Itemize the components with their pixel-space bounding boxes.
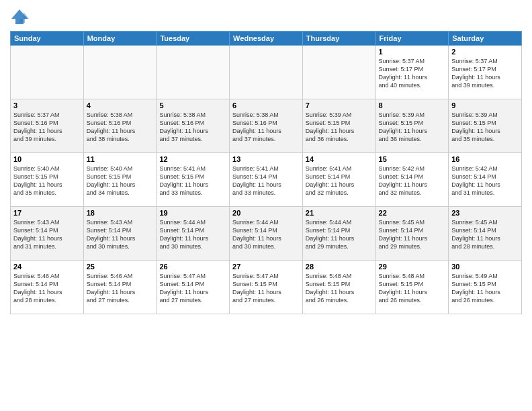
day-info: Sunrise: 5:44 AM Sunset: 5:14 PM Dayligh… — [232, 218, 300, 251]
day-info: Sunrise: 5:41 AM Sunset: 5:14 PM Dayligh… — [232, 165, 300, 197]
calendar-cell: 6Sunrise: 5:38 AM Sunset: 5:16 PM Daylig… — [230, 99, 303, 153]
day-info: Sunrise: 5:39 AM Sunset: 5:15 PM Dayligh… — [451, 111, 519, 144]
day-info: Sunrise: 5:47 AM Sunset: 5:15 PM Dayligh… — [232, 272, 300, 305]
day-number: 28 — [306, 263, 373, 271]
weekday-header: Saturday — [449, 32, 522, 46]
calendar-cell: 8Sunrise: 5:39 AM Sunset: 5:15 PM Daylig… — [375, 99, 449, 153]
calendar-cell: 19Sunrise: 5:44 AM Sunset: 5:14 PM Dayli… — [157, 207, 230, 261]
calendar-cell: 28Sunrise: 5:48 AM Sunset: 5:15 PM Dayli… — [302, 261, 375, 314]
day-info: Sunrise: 5:39 AM Sunset: 5:15 PM Dayligh… — [379, 111, 446, 144]
weekday-header: Friday — [375, 32, 449, 46]
day-number: 21 — [306, 209, 373, 217]
calendar-cell: 25Sunrise: 5:46 AM Sunset: 5:14 PM Dayli… — [83, 261, 157, 314]
day-number: 16 — [451, 155, 519, 163]
day-number: 12 — [159, 155, 226, 163]
weekday-header: Wednesday — [230, 32, 303, 46]
calendar-cell: 2Sunrise: 5:37 AM Sunset: 5:17 PM Daylig… — [449, 46, 522, 99]
calendar-cell: 21Sunrise: 5:44 AM Sunset: 5:14 PM Dayli… — [302, 207, 375, 261]
day-info: Sunrise: 5:40 AM Sunset: 5:15 PM Dayligh… — [13, 165, 81, 197]
calendar-cell: 20Sunrise: 5:44 AM Sunset: 5:14 PM Dayli… — [230, 207, 303, 261]
weekday-header: Monday — [83, 32, 157, 46]
day-info: Sunrise: 5:48 AM Sunset: 5:15 PM Dayligh… — [306, 272, 373, 305]
calendar-cell: 17Sunrise: 5:43 AM Sunset: 5:14 PM Dayli… — [11, 207, 84, 261]
calendar-week-row: 1Sunrise: 5:37 AM Sunset: 5:17 PM Daylig… — [11, 46, 522, 99]
weekday-header: Sunday — [11, 32, 84, 46]
calendar-cell — [83, 46, 157, 99]
calendar-cell: 15Sunrise: 5:42 AM Sunset: 5:14 PM Dayli… — [375, 153, 449, 207]
calendar-week-row: 24Sunrise: 5:46 AM Sunset: 5:14 PM Dayli… — [11, 261, 522, 314]
day-number: 26 — [159, 263, 226, 271]
calendar-cell: 27Sunrise: 5:47 AM Sunset: 5:15 PM Dayli… — [230, 261, 303, 314]
day-number: 19 — [159, 209, 226, 217]
day-number: 5 — [159, 101, 226, 109]
calendar-cell: 18Sunrise: 5:43 AM Sunset: 5:14 PM Dayli… — [83, 207, 157, 261]
day-number: 11 — [87, 155, 154, 163]
day-number: 2 — [451, 48, 519, 56]
day-info: Sunrise: 5:49 AM Sunset: 5:15 PM Dayligh… — [451, 272, 519, 305]
day-info: Sunrise: 5:44 AM Sunset: 5:14 PM Dayligh… — [306, 218, 373, 251]
day-number: 17 — [13, 209, 81, 217]
calendar-cell: 24Sunrise: 5:46 AM Sunset: 5:14 PM Dayli… — [11, 261, 84, 314]
day-number: 7 — [306, 101, 373, 109]
day-number: 6 — [232, 101, 300, 109]
calendar-cell: 14Sunrise: 5:41 AM Sunset: 5:14 PM Dayli… — [302, 153, 375, 207]
calendar-cell: 10Sunrise: 5:40 AM Sunset: 5:15 PM Dayli… — [11, 153, 84, 207]
day-number: 15 — [379, 155, 446, 163]
weekday-header: Thursday — [302, 32, 375, 46]
day-info: Sunrise: 5:37 AM Sunset: 5:16 PM Dayligh… — [13, 111, 81, 144]
weekday-header: Tuesday — [157, 32, 230, 46]
day-info: Sunrise: 5:45 AM Sunset: 5:14 PM Dayligh… — [379, 218, 446, 251]
calendar-table: SundayMondayTuesdayWednesdayThursdayFrid… — [10, 31, 522, 314]
day-number: 18 — [87, 209, 154, 217]
day-number: 1 — [379, 48, 446, 56]
day-info: Sunrise: 5:44 AM Sunset: 5:14 PM Dayligh… — [159, 218, 226, 251]
day-number: 24 — [13, 263, 81, 271]
day-number: 22 — [379, 209, 446, 217]
day-number: 8 — [379, 101, 446, 109]
logo — [10, 7, 32, 26]
day-info: Sunrise: 5:48 AM Sunset: 5:15 PM Dayligh… — [379, 272, 446, 305]
header — [10, 7, 522, 26]
day-number: 9 — [451, 101, 519, 109]
day-number: 4 — [87, 101, 154, 109]
day-info: Sunrise: 5:43 AM Sunset: 5:14 PM Dayligh… — [87, 218, 154, 251]
day-info: Sunrise: 5:47 AM Sunset: 5:14 PM Dayligh… — [159, 272, 226, 305]
calendar-cell: 22Sunrise: 5:45 AM Sunset: 5:14 PM Dayli… — [375, 207, 449, 261]
calendar-week-row: 17Sunrise: 5:43 AM Sunset: 5:14 PM Dayli… — [11, 207, 522, 261]
calendar-cell: 30Sunrise: 5:49 AM Sunset: 5:15 PM Dayli… — [449, 261, 522, 314]
calendar-week-row: 3Sunrise: 5:37 AM Sunset: 5:16 PM Daylig… — [11, 99, 522, 153]
calendar-cell — [157, 46, 230, 99]
calendar-cell: 11Sunrise: 5:40 AM Sunset: 5:15 PM Dayli… — [83, 153, 157, 207]
day-number: 14 — [306, 155, 373, 163]
day-info: Sunrise: 5:46 AM Sunset: 5:14 PM Dayligh… — [13, 272, 81, 305]
day-number: 10 — [13, 155, 81, 163]
day-info: Sunrise: 5:38 AM Sunset: 5:16 PM Dayligh… — [232, 111, 300, 144]
day-number: 29 — [379, 263, 446, 271]
day-number: 20 — [232, 209, 300, 217]
day-info: Sunrise: 5:41 AM Sunset: 5:14 PM Dayligh… — [306, 165, 373, 197]
day-info: Sunrise: 5:40 AM Sunset: 5:15 PM Dayligh… — [87, 165, 154, 197]
day-info: Sunrise: 5:37 AM Sunset: 5:17 PM Dayligh… — [379, 57, 446, 90]
calendar-cell: 9Sunrise: 5:39 AM Sunset: 5:15 PM Daylig… — [449, 99, 522, 153]
day-info: Sunrise: 5:43 AM Sunset: 5:14 PM Dayligh… — [13, 218, 81, 251]
day-number: 3 — [13, 101, 81, 109]
day-info: Sunrise: 5:38 AM Sunset: 5:16 PM Dayligh… — [159, 111, 226, 144]
calendar-cell: 3Sunrise: 5:37 AM Sunset: 5:16 PM Daylig… — [11, 99, 84, 153]
logo-icon — [10, 7, 29, 26]
calendar-week-row: 10Sunrise: 5:40 AM Sunset: 5:15 PM Dayli… — [11, 153, 522, 207]
day-info: Sunrise: 5:39 AM Sunset: 5:15 PM Dayligh… — [306, 111, 373, 144]
day-info: Sunrise: 5:42 AM Sunset: 5:14 PM Dayligh… — [451, 165, 519, 197]
calendar-cell: 7Sunrise: 5:39 AM Sunset: 5:15 PM Daylig… — [302, 99, 375, 153]
calendar-cell: 26Sunrise: 5:47 AM Sunset: 5:14 PM Dayli… — [157, 261, 230, 314]
calendar-cell — [11, 46, 84, 99]
day-number: 30 — [451, 263, 519, 271]
calendar-cell: 29Sunrise: 5:48 AM Sunset: 5:15 PM Dayli… — [375, 261, 449, 314]
day-number: 23 — [451, 209, 519, 217]
calendar-cell: 1Sunrise: 5:37 AM Sunset: 5:17 PM Daylig… — [375, 46, 449, 99]
calendar-cell: 13Sunrise: 5:41 AM Sunset: 5:14 PM Dayli… — [230, 153, 303, 207]
calendar-cell — [230, 46, 303, 99]
calendar-cell — [302, 46, 375, 99]
day-info: Sunrise: 5:38 AM Sunset: 5:16 PM Dayligh… — [87, 111, 154, 144]
day-info: Sunrise: 5:41 AM Sunset: 5:15 PM Dayligh… — [159, 165, 226, 197]
weekday-header-row: SundayMondayTuesdayWednesdayThursdayFrid… — [11, 32, 522, 46]
